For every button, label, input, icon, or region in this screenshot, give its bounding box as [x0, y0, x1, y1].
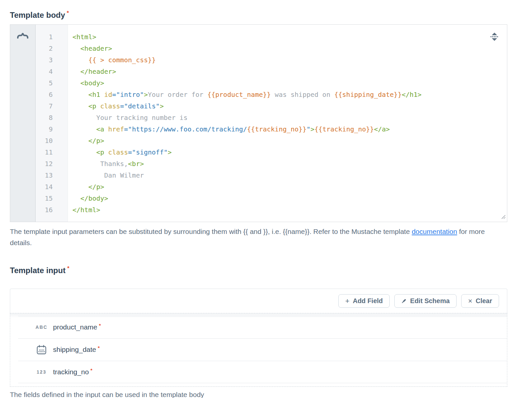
- fields-list: ABCproduct_name* shipping_date*123tracki…: [10, 316, 507, 383]
- field-name: tracking_no: [53, 368, 89, 376]
- code-line[interactable]: {{ > common_css}}: [72, 54, 507, 66]
- required-asterisk: *: [98, 345, 100, 351]
- triangle-up-icon: [492, 33, 497, 35]
- code-line[interactable]: Your tracking number is: [72, 112, 507, 124]
- close-icon: ×: [468, 298, 472, 305]
- line-number-gutter: 12345678910111213141516: [36, 25, 68, 222]
- code-line[interactable]: Dan Wilmer: [72, 170, 507, 181]
- template-body-help-text: The template input parameters can be sub…: [10, 226, 507, 248]
- line-number: 4: [36, 66, 68, 77]
- code-line[interactable]: <h1 id="intro">Your order for {{product_…: [72, 89, 507, 100]
- editor-resize-scroll-icon[interactable]: [490, 33, 498, 41]
- template-input-label: Template input*: [10, 264, 507, 275]
- pencil-icon: [401, 298, 407, 304]
- text-icon: ABC: [34, 325, 49, 330]
- button-label: Edit Schema: [410, 297, 450, 305]
- template-body-label-text: Template body: [10, 11, 65, 19]
- line-number: 14: [36, 181, 68, 193]
- template-input-toolbar: +Add Field Edit Schema×Clear: [10, 289, 507, 313]
- template-body-label: Template body*: [10, 8, 507, 20]
- button-label: Clear: [476, 297, 492, 305]
- clear-button[interactable]: ×Clear: [461, 294, 499, 308]
- code-fold-icon[interactable]: [17, 32, 29, 39]
- help-text-before: The template input parameters can be sub…: [10, 228, 412, 235]
- number-icon: 123: [34, 369, 49, 375]
- code-line[interactable]: Thanks,<br>: [72, 158, 507, 170]
- code-line[interactable]: <body>: [72, 77, 507, 89]
- fields-dropzone[interactable]: ABCproduct_name* shipping_date*123tracki…: [10, 313, 507, 387]
- code-line[interactable]: <p class="signoff">: [72, 147, 507, 158]
- code-line[interactable]: </body>: [72, 193, 507, 204]
- template-input-footnote: The fields defined in the input can be u…: [10, 390, 507, 398]
- line-number: 10: [36, 135, 68, 147]
- line-number: 8: [36, 112, 68, 124]
- template-input-panel: +Add Field Edit Schema×Clear ABCproduct_…: [10, 289, 507, 387]
- field-name: product_name: [53, 323, 97, 331]
- resize-grip-icon[interactable]: [500, 213, 506, 221]
- line-number: 1: [36, 31, 68, 43]
- line-number: 13: [36, 170, 68, 181]
- dotted-handle-icon: [490, 36, 498, 37]
- plus-icon: +: [345, 298, 350, 305]
- required-asterisk: *: [67, 265, 70, 271]
- field-row-tracking_no[interactable]: 123tracking_no*: [10, 361, 507, 383]
- line-number: 12: [36, 158, 68, 170]
- documentation-link[interactable]: documentation: [412, 228, 457, 235]
- code-line[interactable]: </header>: [72, 66, 507, 77]
- template-body-code-editor[interactable]: 12345678910111213141516 <html> <header> …: [10, 24, 507, 222]
- form-page: Template body* 12345678910111213141516 <…: [10, 0, 507, 398]
- required-asterisk: *: [99, 323, 101, 328]
- add-field-button[interactable]: +Add Field: [338, 294, 390, 308]
- required-asterisk: *: [67, 10, 69, 16]
- code-line[interactable]: <html>: [72, 31, 507, 43]
- field-row-product_name[interactable]: ABCproduct_name*: [10, 316, 507, 338]
- line-number: 9: [36, 124, 68, 135]
- code-line[interactable]: </p>: [72, 181, 507, 193]
- calendar-icon: [34, 345, 49, 355]
- code-line[interactable]: </html>: [72, 204, 507, 216]
- line-number: 15: [36, 193, 68, 204]
- button-label: Add Field: [353, 297, 383, 305]
- code-line[interactable]: <header>: [72, 43, 507, 54]
- line-number: 6: [36, 89, 68, 100]
- line-number: 16: [36, 204, 68, 216]
- template-input-label-text: Template input: [10, 266, 66, 275]
- line-number: 3: [36, 54, 68, 66]
- code-fold-gutter: [10, 25, 36, 222]
- code-content[interactable]: <html> <header> {{ > common_css}} </head…: [68, 25, 507, 222]
- field-name: shipping_date: [53, 346, 96, 354]
- triangle-down-icon: [492, 38, 497, 41]
- edit-schema-button[interactable]: Edit Schema: [394, 294, 457, 308]
- code-line[interactable]: <a href="https://www.foo.com/tracking/{{…: [72, 124, 507, 135]
- code-line[interactable]: </p>: [72, 135, 507, 147]
- line-number: 7: [36, 100, 68, 112]
- required-asterisk: *: [91, 367, 93, 373]
- line-number: 2: [36, 43, 68, 54]
- field-row-shipping_date[interactable]: shipping_date*: [10, 338, 507, 361]
- line-number: 11: [36, 147, 68, 158]
- code-line[interactable]: <p class="details">: [72, 100, 507, 112]
- line-number: 5: [36, 77, 68, 89]
